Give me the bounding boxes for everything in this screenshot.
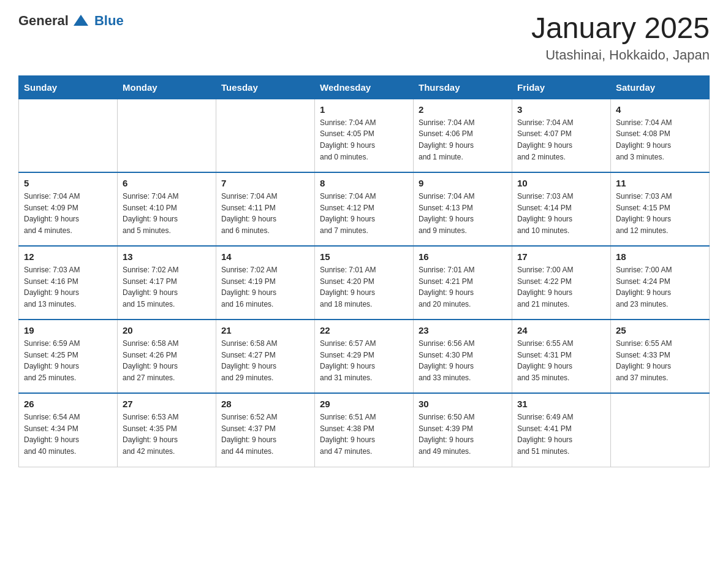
day-info: Sunrise: 7:01 AM Sunset: 4:20 PM Dayligh… xyxy=(320,264,408,310)
day-info: Sunrise: 6:55 AM Sunset: 4:33 PM Dayligh… xyxy=(616,338,704,383)
day-info: Sunrise: 6:59 AM Sunset: 4:25 PM Dayligh… xyxy=(24,338,112,383)
day-info: Sunrise: 6:57 AM Sunset: 4:29 PM Dayligh… xyxy=(320,338,408,383)
calendar-cell xyxy=(19,99,118,172)
day-info: Sunrise: 7:04 AM Sunset: 4:09 PM Dayligh… xyxy=(24,191,112,236)
day-info: Sunrise: 7:03 AM Sunset: 4:15 PM Dayligh… xyxy=(616,191,704,236)
day-info: Sunrise: 7:02 AM Sunset: 4:19 PM Dayligh… xyxy=(221,264,309,310)
calendar-cell: 20Sunrise: 6:58 AM Sunset: 4:26 PM Dayli… xyxy=(118,320,216,393)
calendar-cell: 15Sunrise: 7:01 AM Sunset: 4:20 PM Dayli… xyxy=(315,246,414,320)
calendar-cell: 21Sunrise: 6:58 AM Sunset: 4:27 PM Dayli… xyxy=(216,320,315,393)
calendar-cell: 7Sunrise: 7:04 AM Sunset: 4:11 PM Daylig… xyxy=(216,172,315,246)
day-number: 3 xyxy=(517,104,605,115)
calendar-cell: 27Sunrise: 6:53 AM Sunset: 4:35 PM Dayli… xyxy=(118,393,216,467)
calendar-cell: 12Sunrise: 7:03 AM Sunset: 4:16 PM Dayli… xyxy=(19,246,118,320)
day-number: 30 xyxy=(419,399,507,409)
calendar-cell: 23Sunrise: 6:56 AM Sunset: 4:30 PM Dayli… xyxy=(414,320,512,393)
day-number: 14 xyxy=(221,251,309,262)
header-cell-tuesday: Tuesday xyxy=(216,75,315,99)
day-info: Sunrise: 7:04 AM Sunset: 4:07 PM Dayligh… xyxy=(517,117,605,163)
day-number: 21 xyxy=(221,325,309,335)
logo-text-general: General xyxy=(18,13,69,29)
day-number: 5 xyxy=(24,178,112,188)
day-number: 2 xyxy=(419,104,507,115)
calendar-cell xyxy=(611,393,710,467)
day-number: 13 xyxy=(123,251,211,262)
calendar-cell: 3Sunrise: 7:04 AM Sunset: 4:07 PM Daylig… xyxy=(512,99,611,172)
day-info: Sunrise: 6:51 AM Sunset: 4:38 PM Dayligh… xyxy=(320,412,408,457)
day-number: 17 xyxy=(517,251,605,262)
calendar-title: January 2025 xyxy=(531,12,710,45)
svg-marker-0 xyxy=(74,15,88,26)
day-number: 22 xyxy=(320,325,408,335)
day-number: 7 xyxy=(221,178,309,188)
calendar-cell: 13Sunrise: 7:02 AM Sunset: 4:17 PM Dayli… xyxy=(118,246,216,320)
day-number: 8 xyxy=(320,178,408,188)
calendar-cell: 8Sunrise: 7:04 AM Sunset: 4:12 PM Daylig… xyxy=(315,172,414,246)
day-number: 4 xyxy=(616,104,704,115)
calendar-cell: 10Sunrise: 7:03 AM Sunset: 4:14 PM Dayli… xyxy=(512,172,611,246)
day-number: 11 xyxy=(616,178,704,188)
header-cell-saturday: Saturday xyxy=(611,75,710,99)
day-number: 27 xyxy=(123,399,211,409)
calendar-cell: 16Sunrise: 7:01 AM Sunset: 4:21 PM Dayli… xyxy=(414,246,512,320)
day-number: 23 xyxy=(419,325,507,335)
day-info: Sunrise: 6:58 AM Sunset: 4:27 PM Dayligh… xyxy=(221,338,309,383)
day-info: Sunrise: 7:04 AM Sunset: 4:13 PM Dayligh… xyxy=(419,191,507,236)
calendar-cell: 18Sunrise: 7:00 AM Sunset: 4:24 PM Dayli… xyxy=(611,246,710,320)
calendar-cell: 11Sunrise: 7:03 AM Sunset: 4:15 PM Dayli… xyxy=(611,172,710,246)
day-info: Sunrise: 6:55 AM Sunset: 4:31 PM Dayligh… xyxy=(517,338,605,383)
calendar-cell: 9Sunrise: 7:04 AM Sunset: 4:13 PM Daylig… xyxy=(414,172,512,246)
calendar-cell: 14Sunrise: 7:02 AM Sunset: 4:19 PM Dayli… xyxy=(216,246,315,320)
day-info: Sunrise: 7:00 AM Sunset: 4:24 PM Dayligh… xyxy=(616,264,704,310)
header-cell-monday: Monday xyxy=(118,75,216,99)
day-info: Sunrise: 6:53 AM Sunset: 4:35 PM Dayligh… xyxy=(123,412,211,457)
day-info: Sunrise: 6:52 AM Sunset: 4:37 PM Dayligh… xyxy=(221,412,309,457)
logo-icon xyxy=(72,12,89,29)
day-info: Sunrise: 6:56 AM Sunset: 4:30 PM Dayligh… xyxy=(419,338,507,383)
title-block: January 2025 Utashinai, Hokkaido, Japan xyxy=(531,12,710,63)
calendar-row: 12Sunrise: 7:03 AM Sunset: 4:16 PM Dayli… xyxy=(19,246,710,320)
calendar-row: 1Sunrise: 7:04 AM Sunset: 4:05 PM Daylig… xyxy=(19,99,710,172)
logo-text-blue: Blue xyxy=(94,13,124,29)
header-cell-thursday: Thursday xyxy=(414,75,512,99)
calendar-cell: 22Sunrise: 6:57 AM Sunset: 4:29 PM Dayli… xyxy=(315,320,414,393)
day-info: Sunrise: 6:54 AM Sunset: 4:34 PM Dayligh… xyxy=(24,412,112,457)
day-number: 6 xyxy=(123,178,211,188)
day-info: Sunrise: 7:04 AM Sunset: 4:11 PM Dayligh… xyxy=(221,191,309,236)
day-number: 20 xyxy=(123,325,211,335)
day-info: Sunrise: 7:04 AM Sunset: 4:08 PM Dayligh… xyxy=(616,117,704,163)
day-info: Sunrise: 7:03 AM Sunset: 4:14 PM Dayligh… xyxy=(517,191,605,236)
calendar-table: SundayMondayTuesdayWednesdayThursdayFrid… xyxy=(18,75,710,467)
calendar-cell: 4Sunrise: 7:04 AM Sunset: 4:08 PM Daylig… xyxy=(611,99,710,172)
day-number: 16 xyxy=(419,251,507,262)
day-number: 9 xyxy=(419,178,507,188)
day-number: 15 xyxy=(320,251,408,262)
day-number: 29 xyxy=(320,399,408,409)
header-cell-wednesday: Wednesday xyxy=(315,75,414,99)
calendar-cell: 25Sunrise: 6:55 AM Sunset: 4:33 PM Dayli… xyxy=(611,320,710,393)
day-info: Sunrise: 7:04 AM Sunset: 4:12 PM Dayligh… xyxy=(320,191,408,236)
calendar-cell: 6Sunrise: 7:04 AM Sunset: 4:10 PM Daylig… xyxy=(118,172,216,246)
page-header: General Blue January 2025 Utashinai, Hok… xyxy=(18,12,710,63)
day-info: Sunrise: 7:01 AM Sunset: 4:21 PM Dayligh… xyxy=(419,264,507,310)
calendar-cell: 2Sunrise: 7:04 AM Sunset: 4:06 PM Daylig… xyxy=(414,99,512,172)
calendar-cell: 29Sunrise: 6:51 AM Sunset: 4:38 PM Dayli… xyxy=(315,393,414,467)
day-info: Sunrise: 7:04 AM Sunset: 4:05 PM Dayligh… xyxy=(320,117,408,163)
calendar-cell: 17Sunrise: 7:00 AM Sunset: 4:22 PM Dayli… xyxy=(512,246,611,320)
calendar-cell: 24Sunrise: 6:55 AM Sunset: 4:31 PM Dayli… xyxy=(512,320,611,393)
day-info: Sunrise: 6:49 AM Sunset: 4:41 PM Dayligh… xyxy=(517,412,605,457)
day-info: Sunrise: 6:58 AM Sunset: 4:26 PM Dayligh… xyxy=(123,338,211,383)
calendar-cell: 31Sunrise: 6:49 AM Sunset: 4:41 PM Dayli… xyxy=(512,393,611,467)
day-number: 24 xyxy=(517,325,605,335)
day-number: 12 xyxy=(24,251,112,262)
calendar-cell: 28Sunrise: 6:52 AM Sunset: 4:37 PM Dayli… xyxy=(216,393,315,467)
calendar-row: 19Sunrise: 6:59 AM Sunset: 4:25 PM Dayli… xyxy=(19,320,710,393)
day-info: Sunrise: 7:03 AM Sunset: 4:16 PM Dayligh… xyxy=(24,264,112,310)
logo: General Blue xyxy=(18,12,124,29)
calendar-cell xyxy=(118,99,216,172)
day-number: 31 xyxy=(517,399,605,409)
day-info: Sunrise: 7:04 AM Sunset: 4:06 PM Dayligh… xyxy=(419,117,507,163)
calendar-cell: 1Sunrise: 7:04 AM Sunset: 4:05 PM Daylig… xyxy=(315,99,414,172)
calendar-cell: 19Sunrise: 6:59 AM Sunset: 4:25 PM Dayli… xyxy=(19,320,118,393)
day-number: 1 xyxy=(320,104,408,115)
